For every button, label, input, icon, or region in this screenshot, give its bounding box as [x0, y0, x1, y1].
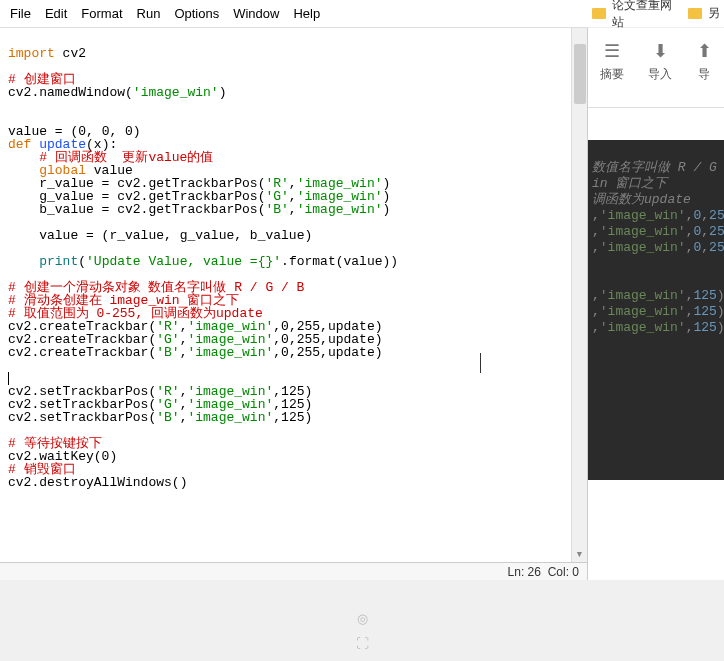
code-text: cv2 [55, 46, 86, 61]
preview-text: 'image_win' [600, 320, 686, 335]
code-text: cv2.setTrackbarPos( [8, 410, 156, 425]
tool-import[interactable]: ⬇ 导入 [648, 40, 672, 83]
code-text: ( [78, 254, 86, 269]
scroll-thumb[interactable] [574, 44, 586, 104]
menu-edit[interactable]: Edit [45, 6, 67, 21]
preview-pane[interactable]: 数值名字叫做 R / G / in 窗口之下 调函数为update ,'imag… [588, 140, 724, 480]
code-area[interactable]: import cv2 # 创建窗口 cv2.namedWindow('image… [0, 28, 587, 562]
code-text: cv2.createTrackbar( [8, 345, 156, 360]
preview-text: 125 [693, 320, 716, 335]
editor: import cv2 # 创建窗口 cv2.namedWindow('image… [0, 28, 588, 580]
preview-text: in 窗口之下 [592, 176, 667, 191]
code-text: import [8, 46, 55, 61]
preview-text: 'image_win' [600, 240, 686, 255]
upload-icon: ⬆ [697, 40, 712, 62]
download-icon: ⬇ [653, 40, 668, 62]
preview-text: , [701, 240, 709, 255]
preview-text: , [592, 304, 600, 319]
menu-help[interactable]: Help [293, 6, 320, 21]
code-text: 'image_win' [187, 345, 273, 360]
preview-text: 255 [709, 224, 724, 239]
preview-text: 125 [693, 288, 716, 303]
preview-text: 调函数为update [592, 192, 691, 207]
menu-format[interactable]: Format [81, 6, 122, 21]
preview-text: 255 [709, 208, 724, 223]
preview-text: ) [717, 320, 724, 335]
code-text: ) [219, 85, 227, 100]
bookmark-item[interactable]: 论文查重网站 [612, 0, 683, 31]
status-bar: Ln: 26 Col: 0 [0, 562, 587, 580]
menu-window[interactable]: Window [233, 6, 279, 21]
preview-text: , [592, 288, 600, 303]
scroll-down-icon[interactable]: ▾ [572, 546, 587, 562]
fullscreen-icon[interactable]: ⛶ [356, 636, 369, 651]
code-text: 'B' [156, 410, 179, 425]
bottom-controls: ◎ ⛶ [0, 611, 724, 651]
code-text: 'Update Value, value ={}' [86, 254, 281, 269]
ibeam-cursor-icon [480, 353, 481, 373]
preview-text: , [701, 224, 709, 239]
code-text: 'image_win' [133, 85, 219, 100]
status-col: Col: 0 [548, 565, 579, 579]
preview-text: ) [717, 304, 724, 319]
tool-label: 导入 [648, 66, 672, 83]
code-text: ,0,255,update) [273, 345, 382, 360]
preview-text: 'image_win' [600, 224, 686, 239]
folder-icon[interactable] [592, 8, 606, 19]
tool-summary[interactable]: ☰ 摘要 [600, 40, 624, 83]
bookmarks-bar: 论文查重网站 另 [588, 0, 724, 28]
side-panel: 论文查重网站 另 ☰ 摘要 ⬇ 导入 ⬆ 导 数值名字叫做 R / G / in… [588, 0, 724, 580]
bookmark-item[interactable]: 另 [708, 5, 720, 22]
menu-run[interactable]: Run [137, 6, 161, 21]
code-text: 'image_win' [187, 410, 273, 425]
preview-text: , [592, 320, 600, 335]
preview-text: , [592, 240, 600, 255]
code-text: cv2.namedWindow( [8, 85, 133, 100]
code-text: , [289, 202, 297, 217]
preview-text: 数值名字叫做 R / G / [592, 160, 724, 175]
preview-text: 255 [709, 240, 724, 255]
code-text: ,125) [273, 410, 312, 425]
list-icon: ☰ [604, 40, 620, 62]
scrollbar[interactable]: ▴ ▾ [571, 28, 587, 562]
preview-text: 125 [693, 304, 716, 319]
code-text: cv2.destroyAllWindows() [8, 475, 187, 490]
code-text: 'B' [265, 202, 288, 217]
code-text: 'B' [156, 345, 179, 360]
code-text: 'image_win' [297, 202, 383, 217]
preview-text: 'image_win' [600, 288, 686, 303]
preview-text: , [592, 224, 600, 239]
code-text: .format(value)) [281, 254, 398, 269]
code-text: value = (r_value, g_value, b_value) [8, 228, 312, 243]
code-text: ) [383, 202, 391, 217]
tool-label: 导 [698, 66, 710, 83]
preview-text: ) [717, 288, 724, 303]
menu-file[interactable]: File [10, 6, 31, 21]
menu-options[interactable]: Options [174, 6, 219, 21]
code-text: b_value = cv2.getTrackbarPos( [8, 202, 265, 217]
tool-label: 摘要 [600, 66, 624, 83]
preview-text: , [592, 208, 600, 223]
folder-icon[interactable] [688, 8, 702, 19]
target-icon[interactable]: ◎ [357, 611, 368, 626]
preview-text: , [701, 208, 709, 223]
code-text: print [8, 254, 78, 269]
preview-text: 'image_win' [600, 304, 686, 319]
side-toolbar: ☰ 摘要 ⬇ 导入 ⬆ 导 [588, 28, 724, 108]
tool-export[interactable]: ⬆ 导 [697, 40, 712, 83]
status-line: Ln: 26 [508, 565, 541, 579]
preview-text: 'image_win' [600, 208, 686, 223]
